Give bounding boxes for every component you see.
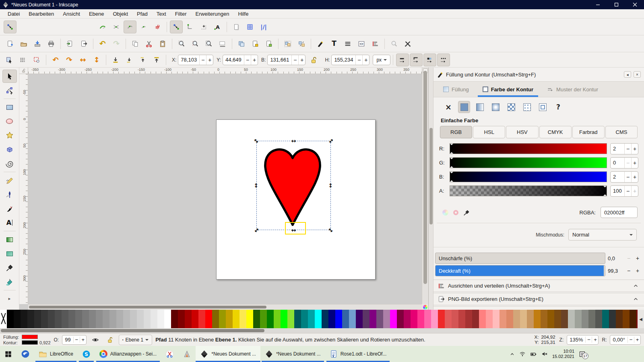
inkscape-window-2[interactable]: *Neues Dokument ... [260, 346, 325, 362]
x-plus-button[interactable]: + [206, 55, 213, 65]
palette-swatch[interactable] [328, 310, 335, 328]
palette-swatch[interactable] [465, 310, 472, 328]
zoom-to-selection[interactable] [175, 37, 188, 50]
palette-swatch[interactable] [527, 310, 534, 328]
swatch-ring-icon[interactable] [453, 210, 458, 215]
redo[interactable]: ↷ [110, 37, 123, 50]
tool-node-editor[interactable] [2, 84, 17, 97]
palette-swatch[interactable] [75, 310, 82, 328]
palette-swatch[interactable] [342, 310, 349, 328]
menu-objekt[interactable]: Objekt [108, 10, 132, 18]
fillstroke-panel-header[interactable]: Füllung und Kontur (Umschalt+Strg+F) [433, 306, 644, 310]
snap-nodes[interactable] [170, 21, 183, 33]
rotation-plus-button[interactable]: + [634, 337, 640, 343]
colorspace-tab-hsl[interactable]: HSL [473, 126, 505, 138]
green-slider-plus-button[interactable]: + [631, 158, 638, 168]
new-document[interactable] [4, 37, 17, 50]
palette-swatch[interactable] [445, 310, 452, 328]
palette-swatch[interactable] [506, 310, 513, 328]
blue-slider-value[interactable]: 2−+ [610, 171, 638, 183]
paint-swatch[interactable] [521, 101, 533, 113]
wifi-icon[interactable] [519, 351, 526, 357]
tool-3dbox[interactable] [2, 143, 17, 156]
palette-swatch[interactable] [588, 310, 595, 328]
menu-hilfe[interactable]: Hilfe [233, 10, 253, 18]
palette-swatch[interactable] [390, 310, 397, 328]
rgba-input[interactable]: 020002ff [601, 207, 638, 218]
menu-pfad[interactable]: Pfad [132, 10, 152, 18]
palette-swatch[interactable] [14, 310, 21, 328]
blue-slider-plus-button[interactable]: + [631, 172, 638, 182]
color-picker-icon[interactable] [463, 209, 470, 216]
colorspace-tab-cms[interactable]: CMS [605, 126, 638, 138]
snap-master-toggle[interactable] [4, 21, 17, 33]
green-slider[interactable] [450, 157, 607, 168]
horizontal-ruler[interactable]: -350-300-250-200-150-100-500501001502002… [28, 68, 422, 74]
palette-swatch[interactable] [349, 310, 356, 328]
palette-swatch[interactable] [123, 310, 130, 328]
battery-icon[interactable] [530, 351, 537, 358]
palette-swatch[interactable] [239, 310, 246, 328]
tab-fill[interactable]: Füllung [438, 82, 475, 97]
palette-swatch[interactable] [157, 310, 164, 328]
raise-to-top[interactable] [150, 53, 163, 66]
palette-swatch[interactable] [89, 310, 96, 328]
x-minus-button[interactable]: − [199, 55, 206, 65]
palette-swatch[interactable] [452, 310, 458, 328]
lower-one-step[interactable] [123, 53, 136, 66]
menu-erweiterungen[interactable]: Erweiterungen [191, 10, 234, 18]
alpha-slider-plus-button[interactable]: + [631, 186, 638, 196]
lower-to-bottom[interactable] [109, 53, 122, 66]
tool-text[interactable]: A [2, 216, 17, 229]
dock-collapse-button[interactable]: ◂ [624, 71, 631, 78]
palette-swatch[interactable] [192, 310, 198, 328]
palette-swatch[interactable] [438, 310, 445, 328]
palette-swatch[interactable] [486, 310, 493, 328]
palette-swatch[interactable] [595, 310, 602, 328]
cut[interactable] [142, 37, 155, 50]
rotation-field[interactable]: 0,00°−+ [610, 335, 641, 345]
inkscape-window-1[interactable]: *Neues Dokument ... [196, 346, 260, 362]
palette-swatch[interactable] [96, 310, 103, 328]
vertical-ruler[interactable]: -50050100150200250300 [19, 74, 28, 304]
palette-swatch[interactable] [267, 310, 274, 328]
palette-swatch[interactable] [363, 310, 369, 328]
palette-swatch[interactable] [287, 310, 294, 328]
palette-swatch[interactable] [109, 310, 116, 328]
palette-swatch[interactable] [547, 310, 554, 328]
deselect[interactable] [30, 53, 43, 66]
print-document[interactable] [45, 37, 58, 50]
palette-swatch[interactable] [322, 310, 328, 328]
height-plus-button[interactable]: + [362, 55, 369, 65]
rotate-ccw[interactable]: ↶ [49, 53, 62, 66]
snap-bbox-centers[interactable] [151, 21, 164, 33]
opacity-slider[interactable]: Deckkraft (%) [435, 265, 605, 276]
palette-swatch[interactable] [630, 310, 636, 328]
import-bitmap[interactable] [64, 37, 76, 50]
tool-pen[interactable] [2, 188, 17, 201]
palette-swatch[interactable] [185, 310, 192, 328]
maximize-button[interactable] [607, 0, 625, 9]
palette-swatch[interactable] [534, 310, 541, 328]
palette-swatch[interactable] [493, 310, 500, 328]
palette-swatch[interactable] [260, 310, 267, 328]
palette-swatch[interactable] [198, 310, 205, 328]
palette-scroll-left-button[interactable]: ◀ [638, 310, 644, 328]
opacity-value[interactable]: 99,3 [608, 268, 623, 274]
palette-swatch[interactable] [458, 310, 465, 328]
flip-horizontal[interactable]: ↔ [76, 53, 89, 66]
taskbar-clock[interactable]: 10:0115.02.2021 [552, 349, 574, 359]
alpha-slider-value[interactable]: 100−+ [610, 185, 638, 197]
menu-bearbeiten[interactable]: Bearbeiten [24, 10, 58, 18]
page-border-toggle[interactable] [230, 21, 243, 33]
palette-swatch[interactable] [68, 310, 75, 328]
transform-gradient-toggle[interactable] [423, 53, 436, 66]
fill-stroke-dialog[interactable] [314, 37, 327, 50]
palette-swatch[interactable] [335, 310, 342, 328]
palette-swatch[interactable] [568, 310, 575, 328]
width-field[interactable]: 131,661−+ [267, 55, 305, 65]
height-minus-button[interactable]: − [355, 55, 362, 65]
palette-swatch[interactable] [246, 310, 253, 328]
rotation-minus-button[interactable]: − [627, 337, 634, 343]
graphics-app[interactable] [178, 346, 196, 362]
